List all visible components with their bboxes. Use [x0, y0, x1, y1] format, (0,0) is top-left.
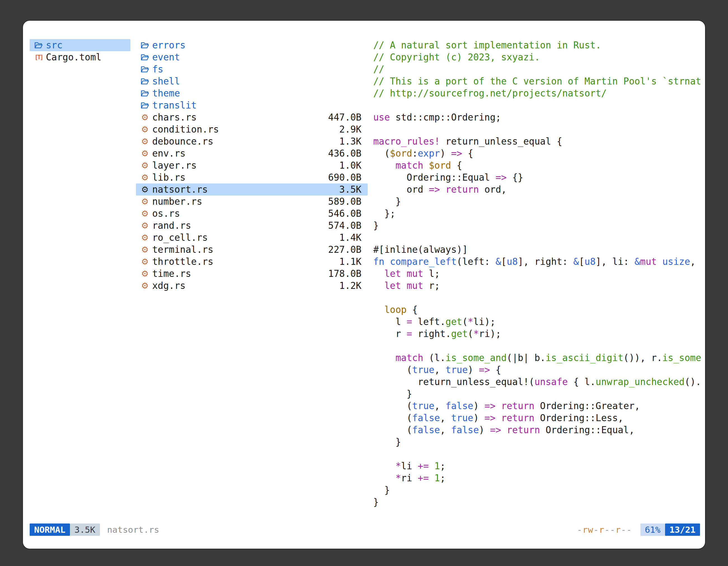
- file-row-fs[interactable]: fs: [136, 63, 368, 75]
- file-row-condition.rs[interactable]: ⚙condition.rs2.9K: [136, 123, 368, 135]
- file-row-terminal.rs[interactable]: ⚙terminal.rs227.0B: [136, 244, 368, 256]
- rust-file-icon: ⚙: [140, 210, 150, 218]
- file-row-number.rs[interactable]: ⚙number.rs589.0B: [136, 196, 368, 208]
- code-line: macro_rules! return_unless_equal {: [373, 135, 703, 147]
- file-preview-pane[interactable]: // A natural sort implementation in Rust…: [373, 39, 703, 526]
- file-row-debounce.rs[interactable]: ⚙debounce.rs1.3K: [136, 135, 368, 147]
- code-line: [373, 99, 703, 111]
- code-line: [373, 448, 703, 460]
- code-line: use std::cmp::Ordering;: [373, 111, 703, 123]
- folder-icon: [140, 90, 150, 97]
- rust-file-icon: ⚙: [140, 234, 150, 242]
- file-row-throttle.rs[interactable]: ⚙throttle.rs1.1K: [136, 256, 368, 268]
- code-line: }: [373, 484, 703, 496]
- file-name: shell: [152, 76, 180, 87]
- file-name: xdg.rs: [152, 280, 185, 291]
- file-name: layer.rs: [152, 160, 197, 171]
- scroll-percent-chip: 61%: [640, 523, 665, 536]
- file-row-errors[interactable]: errors: [136, 39, 368, 51]
- file-row-event[interactable]: event: [136, 51, 368, 63]
- code-line: match $ord {: [373, 159, 703, 172]
- file-row-ro_cell.rs[interactable]: ⚙ro_cell.rs1.4K: [136, 232, 368, 244]
- code-line: [373, 123, 703, 135]
- file-name: time.rs: [152, 268, 191, 279]
- file-row-shell[interactable]: shell: [136, 75, 368, 87]
- code-line: //: [373, 63, 703, 75]
- file-name: src: [46, 40, 63, 51]
- code-line: // Copyright (c) 2023, sxyazi.: [373, 51, 703, 63]
- code-line: Ordering::Equal => {}: [373, 172, 703, 184]
- file-row-xdg.rs[interactable]: ⚙xdg.rs1.2K: [136, 280, 368, 292]
- file-row-Cargo.toml[interactable]: [T]Cargo.toml: [30, 51, 130, 63]
- file-size: 447.0B: [328, 112, 361, 123]
- file-row-theme[interactable]: theme: [136, 87, 368, 99]
- current-directory-pane[interactable]: errorseventfsshellthemetranslit⚙chars.rs…: [136, 39, 368, 292]
- file-row-time.rs[interactable]: ⚙time.rs178.0B: [136, 268, 368, 280]
- code-line: fn compare_left(left: &[u8], right: &[u8…: [373, 256, 703, 268]
- file-size: 589.0B: [328, 196, 361, 207]
- file-name: Cargo.toml: [46, 52, 102, 63]
- code-line: l = left.get(*li);: [373, 316, 703, 328]
- code-line: // A natural sort implementation in Rust…: [373, 39, 703, 51]
- code-line: // This is a port of the C version of Ma…: [373, 75, 703, 87]
- code-line: (true, true) => {: [373, 364, 703, 376]
- file-name: os.rs: [152, 208, 180, 219]
- file-row-src[interactable]: src: [30, 39, 130, 51]
- code-line: }: [373, 220, 703, 232]
- code-line: return_unless_equal!(unsafe { l.unwrap_u…: [373, 376, 703, 388]
- status-bar-right: -rw-r--r-- 61% 13/21: [577, 523, 700, 536]
- file-row-natsort.rs[interactable]: ⚙natsort.rs3.5K: [136, 184, 368, 196]
- folder-icon: [140, 78, 150, 85]
- folder-icon: [140, 42, 150, 49]
- rust-file-icon: ⚙: [140, 186, 150, 194]
- file-size: 2.9K: [339, 124, 361, 135]
- parent-directory-pane[interactable]: src[T]Cargo.toml: [30, 39, 130, 63]
- file-row-layer.rs[interactable]: ⚙layer.rs1.0K: [136, 159, 368, 172]
- rust-file-icon: ⚙: [140, 246, 150, 254]
- code-line: [373, 232, 703, 244]
- code-line: *li += 1;: [373, 460, 703, 472]
- file-name: throttle.rs: [152, 256, 213, 267]
- code-line: };: [373, 208, 703, 220]
- status-bar: NORMAL 3.5K natsort.rs -rw-r--r-- 61% 13…: [30, 523, 700, 536]
- code-line: r = right.get(*ri);: [373, 328, 703, 340]
- file-row-os.rs[interactable]: ⚙os.rs546.0B: [136, 208, 368, 220]
- code-line: [373, 292, 703, 304]
- mode-indicator: NORMAL: [30, 523, 70, 536]
- code-line: }: [373, 388, 703, 400]
- code-line: }: [373, 196, 703, 208]
- code-line: ($ord:expr) => {: [373, 147, 703, 159]
- file-row-env.rs[interactable]: ⚙env.rs436.0B: [136, 147, 368, 159]
- rust-file-icon: ⚙: [140, 198, 150, 206]
- file-size: 227.0B: [328, 244, 361, 255]
- file-size: 178.0B: [328, 268, 361, 279]
- status-filename: natsort.rs: [107, 523, 159, 536]
- status-bar-left: NORMAL 3.5K natsort.rs: [30, 523, 159, 536]
- file-size: 1.0K: [339, 160, 361, 171]
- file-name: number.rs: [152, 196, 202, 207]
- file-name: lib.rs: [152, 172, 185, 183]
- rust-file-icon: ⚙: [140, 161, 150, 170]
- file-size: 690.0B: [328, 172, 361, 183]
- folder-icon: [140, 54, 150, 61]
- file-row-rand.rs[interactable]: ⚙rand.rs574.0B: [136, 220, 368, 232]
- file-permissions: -rw-r--r--: [577, 523, 632, 536]
- yazi-file-manager-window: src[T]Cargo.toml errorseventfsshelltheme…: [22, 20, 706, 549]
- file-size: 1.3K: [339, 136, 361, 147]
- code-line: // http://sourcefrog.net/projects/natsor…: [373, 87, 703, 99]
- file-size: 1.4K: [339, 232, 361, 243]
- code-line: let mut l;: [373, 268, 703, 280]
- file-row-chars.rs[interactable]: ⚙chars.rs447.0B: [136, 111, 368, 123]
- rust-file-icon: ⚙: [140, 173, 150, 182]
- file-size: 3.5K: [339, 184, 361, 195]
- file-row-translit[interactable]: translit: [136, 99, 368, 111]
- rust-file-icon: ⚙: [140, 149, 150, 158]
- folder-icon: [140, 66, 150, 73]
- file-size: 574.0B: [328, 220, 361, 231]
- file-size-chip: 3.5K: [70, 523, 100, 536]
- file-size: 1.2K: [339, 280, 361, 291]
- file-row-lib.rs[interactable]: ⚙lib.rs690.0B: [136, 172, 368, 184]
- file-size: 546.0B: [328, 208, 361, 219]
- file-name: translit: [152, 100, 197, 111]
- folder-icon: [140, 102, 150, 109]
